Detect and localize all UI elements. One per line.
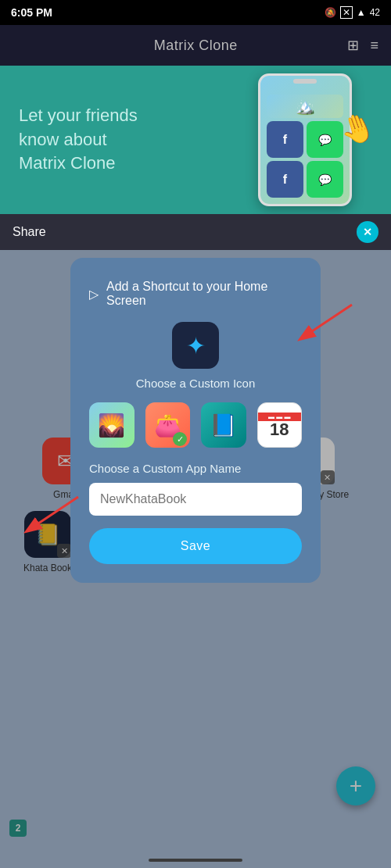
share-close-button[interactable]: ✕ xyxy=(357,221,378,243)
add-shortcut-text: Add a Shortcut to your Home Screen xyxy=(106,280,302,308)
status-bar: 6:05 PM 🔕 ✕ ▲ 42 xyxy=(0,0,391,25)
status-icons: 🔕 ✕ ▲ 42 xyxy=(325,6,380,19)
arrow-to-input xyxy=(23,489,86,536)
choose-icon-label: Choose a Custom Icon xyxy=(89,377,302,390)
app-bar-title: Matrix Clone xyxy=(154,38,238,54)
app-name-input[interactable]: NewKhataBook xyxy=(89,483,302,516)
arrow-to-icon xyxy=(297,297,360,344)
custom-icon-dialog: ▷ Add a Shortcut to your Home Screen ✦ C… xyxy=(70,258,321,583)
landscape-icon: 🌄 xyxy=(98,413,125,438)
grid-icon[interactable]: ⊞ xyxy=(347,37,359,54)
icon-option-book[interactable]: 📘 xyxy=(201,402,246,448)
banner: Let your friends know about Matrix Clone… xyxy=(0,66,391,214)
icon-option-landscape[interactable]: 🌄 xyxy=(89,402,135,448)
preview-icon: ✦ xyxy=(186,332,206,359)
book-icon: 📘 xyxy=(210,413,237,438)
menu-icon[interactable]: ≡ xyxy=(370,38,378,54)
app-bar-icons: ⊞ ≡ xyxy=(347,37,378,54)
icon-option-calendar[interactable]: ▬ ▬ ▬ 18 xyxy=(257,402,303,448)
wifi-icon: ▲ xyxy=(357,7,366,18)
icon-options-row: 🌄 👛 📘 ▬ ▬ ▬ 18 xyxy=(89,402,302,448)
battery-icon: 42 xyxy=(370,7,380,18)
dialog-overlay: ▷ Add a Shortcut to your Home Screen ✦ C… xyxy=(0,250,391,868)
banner-text: Let your friends know about Matrix Clone xyxy=(0,88,156,191)
app-bar: Matrix Clone ⊞ ≡ xyxy=(0,25,391,66)
close-icon: ✕ xyxy=(363,226,372,238)
save-button[interactable]: Save xyxy=(89,528,302,564)
share-bar: Share ✕ xyxy=(0,214,391,250)
x-icon: ✕ xyxy=(340,6,353,19)
app-icon-preview: ✦ xyxy=(172,322,219,369)
shortcut-icon: ▷ xyxy=(89,287,99,302)
wallet-icon: 👛 xyxy=(154,413,181,438)
status-time: 6:05 PM xyxy=(11,6,52,19)
cal-number: 18 xyxy=(270,421,289,438)
share-label: Share xyxy=(13,225,46,239)
main-content: ✉ ✕ Gmail ♥ ✕ Choeaedol ▶ ✕ Google Play xyxy=(0,250,391,868)
mute-icon: 🔕 xyxy=(325,7,336,18)
icon-option-wallet[interactable]: 👛 xyxy=(145,402,191,448)
add-shortcut-row: ▷ Add a Shortcut to your Home Screen xyxy=(89,280,302,308)
calendar-icon-inner: ▬ ▬ ▬ 18 xyxy=(258,403,302,447)
choose-name-label: Choose a Custom App Name xyxy=(89,462,302,475)
